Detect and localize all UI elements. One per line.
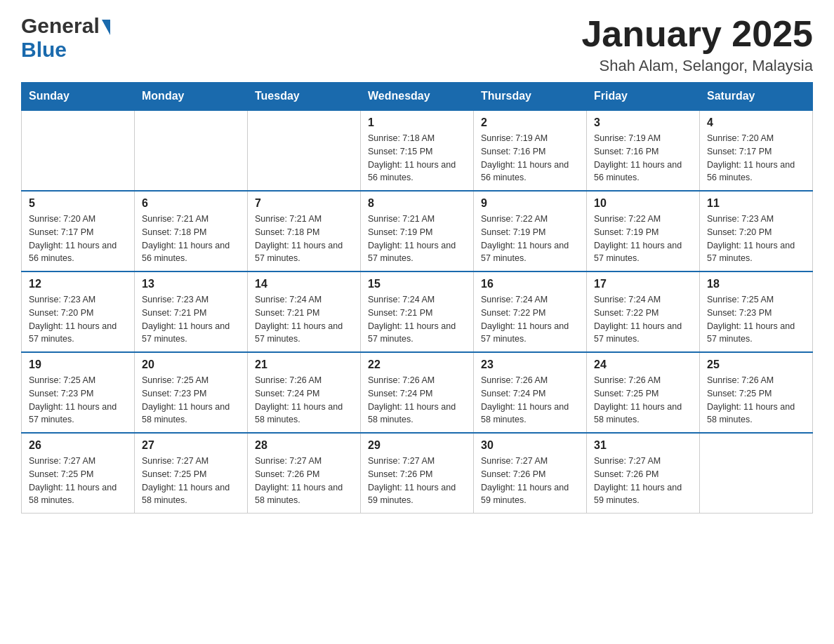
calendar-title: January 2025 — [581, 14, 813, 54]
day-info: Sunrise: 7:27 AMSunset: 7:26 PMDaylight:… — [368, 455, 466, 507]
day-number: 24 — [594, 358, 692, 371]
day-of-week-header: Monday — [135, 83, 248, 111]
day-info: Sunrise: 7:21 AMSunset: 7:18 PMDaylight:… — [142, 213, 240, 265]
day-info: Sunrise: 7:25 AMSunset: 7:23 PMDaylight:… — [707, 293, 805, 346]
day-number: 5 — [29, 197, 127, 210]
day-of-week-header: Friday — [587, 83, 700, 111]
calendar-cell: 14Sunrise: 7:24 AMSunset: 7:21 PMDayligh… — [248, 271, 361, 352]
day-number: 31 — [594, 439, 692, 452]
page-header: General Blue January 2025 Shah Alam, Sel… — [21, 14, 813, 75]
calendar-cell: 21Sunrise: 7:26 AMSunset: 7:24 PMDayligh… — [248, 352, 361, 433]
day-info: Sunrise: 7:24 AMSunset: 7:22 PMDaylight:… — [594, 293, 692, 346]
day-number: 13 — [142, 278, 240, 290]
calendar-week-row: 26Sunrise: 7:27 AMSunset: 7:25 PMDayligh… — [22, 433, 813, 514]
day-info: Sunrise: 7:25 AMSunset: 7:23 PMDaylight:… — [142, 374, 240, 427]
day-info: Sunrise: 7:23 AMSunset: 7:20 PMDaylight:… — [29, 293, 127, 346]
calendar-week-row: 1Sunrise: 7:18 AMSunset: 7:15 PMDaylight… — [22, 110, 813, 191]
day-info: Sunrise: 7:27 AMSunset: 7:25 PMDaylight:… — [29, 455, 127, 507]
day-info: Sunrise: 7:26 AMSunset: 7:24 PMDaylight:… — [368, 374, 466, 427]
day-info: Sunrise: 7:20 AMSunset: 7:17 PMDaylight:… — [29, 213, 127, 265]
day-number: 11 — [707, 197, 805, 210]
calendar-cell: 17Sunrise: 7:24 AMSunset: 7:22 PMDayligh… — [587, 271, 700, 352]
day-number: 2 — [481, 116, 579, 129]
calendar-cell: 20Sunrise: 7:25 AMSunset: 7:23 PMDayligh… — [135, 352, 248, 433]
calendar-week-row: 5Sunrise: 7:20 AMSunset: 7:17 PMDaylight… — [22, 191, 813, 271]
day-of-week-header: Thursday — [474, 83, 587, 111]
day-number: 28 — [255, 439, 353, 452]
day-number: 1 — [368, 116, 466, 129]
day-info: Sunrise: 7:27 AMSunset: 7:26 PMDaylight:… — [255, 455, 353, 507]
title-block: January 2025 Shah Alam, Selangor, Malays… — [581, 14, 813, 75]
day-number: 17 — [594, 278, 692, 290]
day-info: Sunrise: 7:25 AMSunset: 7:23 PMDaylight:… — [29, 374, 127, 427]
calendar-cell: 19Sunrise: 7:25 AMSunset: 7:23 PMDayligh… — [22, 352, 135, 433]
calendar-cell: 7Sunrise: 7:21 AMSunset: 7:18 PMDaylight… — [248, 191, 361, 271]
day-number: 20 — [142, 358, 240, 371]
day-info: Sunrise: 7:18 AMSunset: 7:15 PMDaylight:… — [368, 132, 466, 185]
day-number: 3 — [594, 116, 692, 129]
logo-blue-text: Blue — [21, 38, 67, 61]
day-info: Sunrise: 7:26 AMSunset: 7:25 PMDaylight:… — [594, 374, 692, 427]
calendar-cell — [700, 433, 813, 514]
calendar-cell: 26Sunrise: 7:27 AMSunset: 7:25 PMDayligh… — [22, 433, 135, 514]
calendar-cell: 30Sunrise: 7:27 AMSunset: 7:26 PMDayligh… — [474, 433, 587, 514]
calendar-table: SundayMondayTuesdayWednesdayThursdayFrid… — [21, 82, 813, 514]
calendar-cell: 5Sunrise: 7:20 AMSunset: 7:17 PMDaylight… — [22, 191, 135, 271]
day-number: 15 — [368, 278, 466, 290]
day-number: 19 — [29, 358, 127, 371]
calendar-cell — [22, 110, 135, 191]
day-info: Sunrise: 7:21 AMSunset: 7:18 PMDaylight:… — [255, 213, 353, 265]
calendar-cell: 16Sunrise: 7:24 AMSunset: 7:22 PMDayligh… — [474, 271, 587, 352]
day-of-week-header: Tuesday — [248, 83, 361, 111]
logo-arrow-icon — [102, 20, 110, 35]
day-info: Sunrise: 7:26 AMSunset: 7:25 PMDaylight:… — [707, 374, 805, 427]
calendar-cell: 10Sunrise: 7:22 AMSunset: 7:19 PMDayligh… — [587, 191, 700, 271]
day-info: Sunrise: 7:26 AMSunset: 7:24 PMDaylight:… — [481, 374, 579, 427]
calendar-cell: 2Sunrise: 7:19 AMSunset: 7:16 PMDaylight… — [474, 110, 587, 191]
calendar-cell: 27Sunrise: 7:27 AMSunset: 7:25 PMDayligh… — [135, 433, 248, 514]
day-number: 14 — [255, 278, 353, 290]
day-number: 4 — [707, 116, 805, 129]
day-number: 22 — [368, 358, 466, 371]
day-info: Sunrise: 7:24 AMSunset: 7:21 PMDaylight:… — [255, 293, 353, 346]
day-of-week-header: Sunday — [22, 83, 135, 111]
logo: General Blue — [21, 14, 110, 62]
calendar-cell: 3Sunrise: 7:19 AMSunset: 7:16 PMDaylight… — [587, 110, 700, 191]
day-info: Sunrise: 7:20 AMSunset: 7:17 PMDaylight:… — [707, 132, 805, 185]
calendar-cell — [135, 110, 248, 191]
day-info: Sunrise: 7:27 AMSunset: 7:26 PMDaylight:… — [594, 455, 692, 507]
day-info: Sunrise: 7:22 AMSunset: 7:19 PMDaylight:… — [594, 213, 692, 265]
calendar-cell: 4Sunrise: 7:20 AMSunset: 7:17 PMDaylight… — [700, 110, 813, 191]
day-number: 21 — [255, 358, 353, 371]
calendar-cell: 29Sunrise: 7:27 AMSunset: 7:26 PMDayligh… — [361, 433, 474, 514]
day-number: 30 — [481, 439, 579, 452]
calendar-cell: 24Sunrise: 7:26 AMSunset: 7:25 PMDayligh… — [587, 352, 700, 433]
calendar-cell: 28Sunrise: 7:27 AMSunset: 7:26 PMDayligh… — [248, 433, 361, 514]
logo-general-text: General — [21, 14, 100, 38]
day-header-row: SundayMondayTuesdayWednesdayThursdayFrid… — [22, 83, 813, 111]
day-number: 18 — [707, 278, 805, 290]
day-info: Sunrise: 7:19 AMSunset: 7:16 PMDaylight:… — [481, 132, 579, 185]
day-of-week-header: Saturday — [700, 83, 813, 111]
calendar-cell: 11Sunrise: 7:23 AMSunset: 7:20 PMDayligh… — [700, 191, 813, 271]
day-info: Sunrise: 7:19 AMSunset: 7:16 PMDaylight:… — [594, 132, 692, 185]
calendar-cell: 1Sunrise: 7:18 AMSunset: 7:15 PMDaylight… — [361, 110, 474, 191]
day-of-week-header: Wednesday — [361, 83, 474, 111]
calendar-cell: 6Sunrise: 7:21 AMSunset: 7:18 PMDaylight… — [135, 191, 248, 271]
day-info: Sunrise: 7:22 AMSunset: 7:19 PMDaylight:… — [481, 213, 579, 265]
calendar-cell: 9Sunrise: 7:22 AMSunset: 7:19 PMDaylight… — [474, 191, 587, 271]
calendar-cell: 23Sunrise: 7:26 AMSunset: 7:24 PMDayligh… — [474, 352, 587, 433]
day-number: 9 — [481, 197, 579, 210]
calendar-cell: 13Sunrise: 7:23 AMSunset: 7:21 PMDayligh… — [135, 271, 248, 352]
calendar-subtitle: Shah Alam, Selangor, Malaysia — [581, 57, 813, 75]
calendar-cell: 18Sunrise: 7:25 AMSunset: 7:23 PMDayligh… — [700, 271, 813, 352]
calendar-cell: 8Sunrise: 7:21 AMSunset: 7:19 PMDaylight… — [361, 191, 474, 271]
day-info: Sunrise: 7:23 AMSunset: 7:20 PMDaylight:… — [707, 213, 805, 265]
day-number: 7 — [255, 197, 353, 210]
day-info: Sunrise: 7:24 AMSunset: 7:22 PMDaylight:… — [481, 293, 579, 346]
calendar-cell: 22Sunrise: 7:26 AMSunset: 7:24 PMDayligh… — [361, 352, 474, 433]
day-number: 12 — [29, 278, 127, 290]
day-number: 6 — [142, 197, 240, 210]
day-number: 10 — [594, 197, 692, 210]
calendar-cell — [248, 110, 361, 191]
